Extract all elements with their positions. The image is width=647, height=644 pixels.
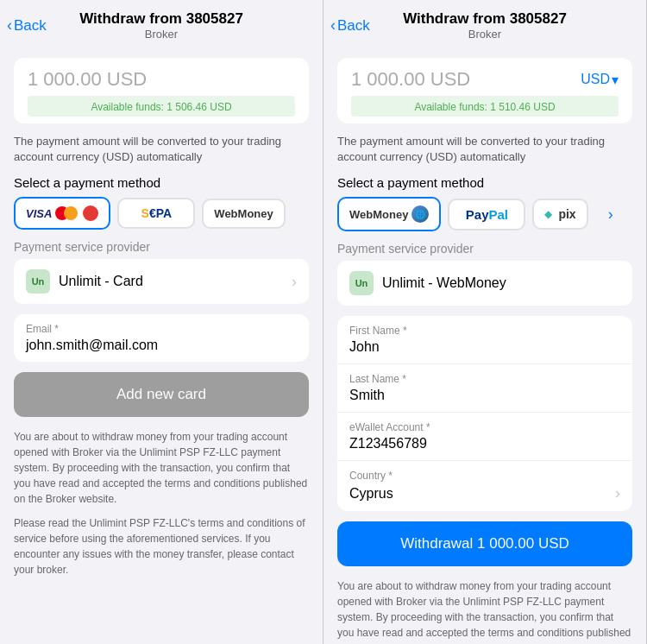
form-field-lastname-label: Last Name * [349, 373, 620, 385]
left-payment-method-label: Select a payment method [14, 175, 309, 190]
payment-method-paypal[interactable]: PayPal [448, 199, 525, 230]
webmoney-label-left: WebMoney [214, 207, 273, 220]
right-back-button[interactable]: ‹ Back [330, 17, 370, 35]
payment-method-webmoney-left[interactable]: WebMoney [202, 199, 285, 229]
mastercard-dots [55, 206, 78, 220]
left-header-title-block: Withdraw from 3805827 Broker [79, 10, 243, 41]
left-email-label: Email * [26, 323, 297, 335]
webmoney-globe-icon: 🌐 [411, 205, 429, 223]
right-provider-section: Payment service provider Un Unlimit - We… [337, 242, 632, 306]
left-email-box: Email * john.smith@mail.com [14, 314, 309, 362]
form-field-country[interactable]: Country * Cyprus › [337, 461, 632, 511]
left-back-label: Back [14, 17, 47, 35]
right-amount-value: 1 000.00 USD [351, 68, 470, 91]
sepa-logo: S€PA [141, 206, 173, 220]
right-form-box: First Name * John Last Name * Smith eWal… [337, 316, 632, 511]
left-amount-value: 1 000.00 USD [28, 68, 295, 91]
form-field-firstname-value: John [349, 339, 620, 355]
form-field-country-row: Cyprus › [349, 484, 620, 502]
form-field-country-label: Country * [349, 470, 620, 482]
right-available-bar: Available funds: 1 510.46 USD [351, 96, 619, 117]
currency-label: USD [581, 72, 610, 87]
left-subtitle: Broker [79, 28, 243, 41]
left-content: 1 000.00 USD Available funds: 1 506.46 U… [0, 47, 323, 597]
right-provider-label: Payment service provider [337, 242, 632, 256]
form-field-country-value: Cyprus [349, 486, 393, 502]
left-amount-box: 1 000.00 USD Available funds: 1 506.46 U… [14, 58, 309, 123]
currency-chevron-icon: ▾ [612, 72, 619, 88]
left-disclaimer-1: You are about to withdraw money from you… [14, 429, 309, 507]
form-field-ewallet[interactable]: eWallet Account * Z123456789 [337, 413, 632, 461]
currency-selector[interactable]: USD ▾ [581, 72, 619, 88]
more-payment-methods-button[interactable]: › [599, 202, 623, 226]
form-field-firstname[interactable]: First Name * John [337, 316, 632, 364]
left-payment-methods: VISA S€PA WebMoney [14, 197, 309, 230]
right-payment-method-label: Select a payment method [337, 175, 632, 190]
form-field-lastname[interactable]: Last Name * Smith [337, 364, 632, 413]
form-field-ewallet-label: eWallet Account * [349, 421, 620, 433]
right-amount-box: 1 000.00 USD USD ▾ Available funds: 1 51… [337, 58, 632, 123]
right-available-text: Available funds: 1 510.46 USD [414, 101, 555, 113]
left-back-button[interactable]: ‹ Back [7, 17, 47, 35]
add-card-button[interactable]: Add new card [14, 372, 309, 417]
pix-diamond-icon: ◆ [544, 208, 552, 220]
left-provider-info: Un Unlimit - Card [26, 269, 143, 294]
right-provider-name: Unlimit - WebMoney [382, 275, 506, 291]
payment-method-pix[interactable]: ◆ pix [532, 199, 587, 230]
payment-method-visa[interactable]: VISA [14, 197, 110, 230]
left-provider-name: Unlimit - Card [59, 274, 143, 289]
form-field-lastname-value: Smith [349, 388, 620, 403]
left-provider-icon: Un [26, 269, 50, 294]
right-amount-row: 1 000.00 USD USD ▾ [351, 68, 619, 91]
right-provider-icon: Un [349, 271, 374, 295]
left-available-bar: Available funds: 1 506.46 USD [28, 96, 295, 117]
payment-method-sepa[interactable]: S€PA [117, 198, 195, 229]
right-title: Withdraw from 3805827 [403, 10, 567, 28]
left-header: ‹ Back Withdraw from 3805827 Broker [0, 0, 323, 47]
right-back-label: Back [337, 17, 370, 35]
left-provider-section: Payment service provider Un Unlimit - Ca… [14, 240, 309, 304]
webmoney-label: WebMoney [349, 208, 408, 221]
left-provider-chevron: › [292, 273, 297, 291]
right-payment-methods: WebMoney 🌐 PayPal ◆ pix › [337, 197, 632, 231]
paypal-logo: PayPal [466, 207, 508, 222]
left-panel: ‹ Back Withdraw from 3805827 Broker 1 00… [0, 0, 324, 644]
right-header: ‹ Back Withdraw from 3805827 Broker [324, 0, 646, 47]
pix-label: pix [558, 207, 575, 221]
left-provider-label: Payment service provider [14, 240, 309, 254]
left-provider-row[interactable]: Un Unlimit - Card › [14, 259, 309, 304]
withdraw-button[interactable]: Withdrawal 1 000.00 USD [337, 521, 632, 566]
country-chevron-icon: › [615, 484, 620, 502]
left-email-value: john.smith@mail.com [26, 338, 297, 353]
right-provider-info: Un Unlimit - WebMoney [349, 271, 506, 295]
right-back-chevron-icon: ‹ [330, 16, 336, 35]
right-panel: ‹ Back Withdraw from 3805827 Broker 1 00… [324, 0, 647, 644]
right-header-title-block: Withdraw from 3805827 Broker [403, 10, 567, 41]
right-disclaimer: You are about to withdraw money from you… [337, 578, 632, 644]
left-info-text: The payment amount will be converted to … [14, 134, 309, 165]
payment-method-webmoney[interactable]: WebMoney 🌐 [337, 197, 441, 231]
visa-logo: VISA [26, 207, 52, 220]
back-chevron-icon: ‹ [7, 16, 12, 35]
right-content: 1 000.00 USD USD ▾ Available funds: 1 51… [324, 47, 646, 644]
right-info-text: The payment amount will be converted to … [337, 134, 632, 165]
mc-dot-orange [64, 206, 78, 220]
left-title: Withdraw from 3805827 [79, 10, 243, 28]
form-field-firstname-label: First Name * [349, 325, 620, 337]
left-available-text: Available funds: 1 506.46 USD [91, 101, 231, 113]
form-field-ewallet-value: Z123456789 [349, 436, 620, 451]
left-disclaimer-2: Please read the Unlimint PSP FZ-LLC's te… [14, 515, 309, 578]
right-provider-row: Un Unlimit - WebMoney [337, 261, 632, 306]
right-subtitle: Broker [403, 28, 567, 41]
extra-dot [83, 205, 98, 221]
